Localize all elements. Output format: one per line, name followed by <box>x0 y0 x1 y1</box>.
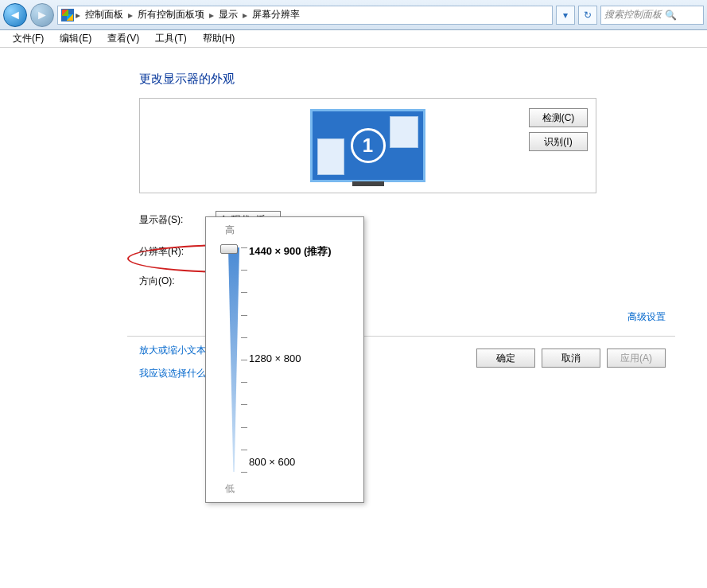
page-title: 更改显示器的外观 <box>139 72 675 87</box>
slider-low-label: 低 <box>225 482 235 496</box>
control-panel-icon <box>61 9 74 21</box>
menu-help[interactable]: 帮助(H) <box>195 30 243 47</box>
menu-file[interactable]: 文件(F) <box>5 30 52 47</box>
breadcrumb-item[interactable]: 所有控制面板项 <box>134 8 208 21</box>
dialog-button-row: 确定 取消 应用(A) <box>476 349 666 368</box>
resolution-slider-popup: 高 低 1440 × 900 (推荐) 1280 × 800 800 × 600 <box>205 216 364 503</box>
refresh-button[interactable]: ↻ <box>578 6 597 25</box>
breadcrumb-item[interactable]: 显示 <box>216 8 241 21</box>
display-preview-panel: 1 检测(C) 识别(I) <box>139 98 596 193</box>
monitor-thumbnail[interactable]: 1 <box>310 109 425 182</box>
chevron-right-icon: ▸ <box>209 10 214 21</box>
advanced-settings-link[interactable]: 高级设置 <box>627 310 666 324</box>
ok-button[interactable]: 确定 <box>476 349 535 368</box>
chevron-right-icon: ▸ <box>128 10 133 21</box>
search-input[interactable]: 搜索控制面板 🔍 <box>600 6 704 25</box>
arrow-right-icon: ► <box>36 8 49 22</box>
window-icon <box>390 116 418 148</box>
detect-button[interactable]: 检测(C) <box>529 108 588 127</box>
menu-edit[interactable]: 编辑(E) <box>52 30 99 47</box>
slider-wedge-icon <box>228 247 239 472</box>
menu-view[interactable]: 查看(V) <box>99 30 147 47</box>
slider-track[interactable] <box>228 247 239 472</box>
monitor-number: 1 <box>351 128 386 163</box>
window-icon <box>317 138 344 175</box>
resolution-option[interactable]: 1280 × 800 <box>249 352 301 364</box>
identify-button[interactable]: 识别(I) <box>529 132 588 151</box>
breadcrumb-item[interactable]: 控制面板 <box>82 8 126 21</box>
apply-button[interactable]: 应用(A) <box>607 349 666 368</box>
nav-forward-button[interactable]: ► <box>30 3 54 27</box>
slider-thumb[interactable] <box>220 244 238 254</box>
chevron-right-icon: ▸ <box>243 10 247 21</box>
breadcrumb[interactable]: ▸ 控制面板 ▸ 所有控制面板项 ▸ 显示 ▸ 屏幕分辨率 <box>57 6 553 25</box>
orientation-label: 方向(O): <box>139 275 195 288</box>
display-label: 显示器(S): <box>139 213 195 227</box>
search-icon: 🔍 <box>665 10 677 21</box>
nav-back-button[interactable]: ◄ <box>3 3 27 27</box>
resolution-option[interactable]: 800 × 600 <box>249 456 295 468</box>
cancel-button[interactable]: 取消 <box>542 349 600 368</box>
resolution-option[interactable]: 1440 × 900 (推荐) <box>249 244 332 259</box>
explorer-toolbar: ◄ ► ▸ 控制面板 ▸ 所有控制面板项 ▸ 显示 ▸ 屏幕分辨率 ▾ ↻ 搜索… <box>0 0 707 30</box>
history-dropdown-button[interactable]: ▾ <box>556 6 575 25</box>
resolution-label: 分辨率(R): <box>139 245 195 259</box>
slider-high-label: 高 <box>225 224 235 237</box>
arrow-left-icon: ◄ <box>9 8 21 22</box>
chevron-right-icon: ▸ <box>76 10 80 21</box>
menu-bar: 文件(F) 编辑(E) 查看(V) 工具(T) 帮助(H) <box>0 30 707 48</box>
search-placeholder: 搜索控制面板 <box>604 8 662 21</box>
breadcrumb-item[interactable]: 屏幕分辨率 <box>249 8 303 21</box>
menu-tools[interactable]: 工具(T) <box>147 30 194 47</box>
